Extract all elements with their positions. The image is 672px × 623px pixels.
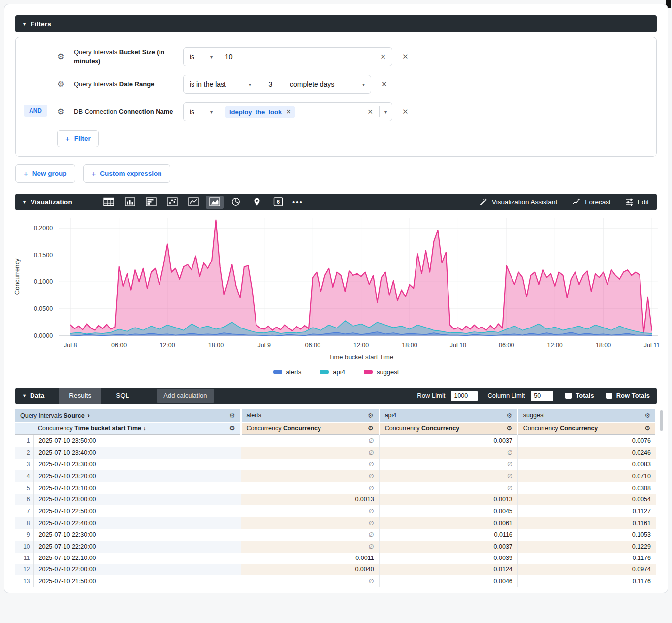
concurrency-value-cell[interactable]: 0.0246 [517,447,656,459]
chevron-down-icon[interactable]: ▾ [384,109,387,115]
time-bucket-column-header[interactable]: Concurrency Time bucket start Time ↓ ⚙ [15,422,241,435]
time-bucket-cell[interactable]: 2025-07-10 23:30:00 [33,459,241,470]
time-bucket-cell[interactable]: 2025-07-10 23:00:00 [33,494,241,505]
concurrency-value-cell[interactable]: ∅ [241,575,379,587]
concurrency-value-cell[interactable]: 0.0974 [517,564,656,575]
gear-icon[interactable]: ⚙ [368,412,374,419]
concurrency-value-cell[interactable]: ∅ [241,434,379,447]
remove-filter-button[interactable]: ✕ [402,52,409,61]
concurrency-value-cell[interactable]: ∅ [379,470,517,482]
time-bucket-cell[interactable]: 2025-07-10 22:40:00 [33,517,241,529]
concurrency-value-cell[interactable]: 0.0083 [517,459,656,470]
area-chart-icon[interactable] [206,196,224,209]
time-bucket-cell[interactable]: 2025-07-10 21:50:00 [33,575,241,587]
custom-expression-button[interactable]: + Custom expression [83,164,170,183]
gear-icon[interactable]: ⚙ [229,412,235,419]
line-chart-icon[interactable] [185,196,202,209]
concurrency-value-cell[interactable]: 0.0037 [379,434,517,447]
totals-checkbox[interactable] [565,393,572,399]
time-bucket-cell[interactable]: 2025-07-10 22:30:00 [33,529,241,541]
bar-chart-icon[interactable] [142,196,160,209]
concurrency-value-cell[interactable]: 0.0061 [379,517,517,529]
concurrency-value-cell[interactable]: ∅ [241,447,379,459]
totals-checkbox-group[interactable]: Totals [565,392,594,399]
time-bucket-cell[interactable]: 2025-07-10 22:20:00 [33,541,241,553]
filter-operator-select[interactable]: is in the last ▾ [184,75,257,93]
time-bucket-cell[interactable]: 2025-07-10 23:10:00 [33,482,241,494]
concurrency-value-cell[interactable]: ∅ [241,470,379,482]
remove-filter-button[interactable]: ✕ [402,107,409,116]
tab-results[interactable]: Results [59,388,101,404]
filter-operator-select[interactable]: is ▾ [184,48,219,66]
measure-group-header-alerts[interactable]: alerts ⚙ [241,409,379,422]
concurrency-value-cell[interactable]: 0.0124 [379,564,517,575]
filter-value-input[interactable] [225,53,375,61]
concurrency-value-cell[interactable]: 0.0054 [517,494,656,505]
more-viz-types-icon[interactable]: ••• [290,198,305,206]
time-bucket-cell[interactable]: 2025-07-10 23:40:00 [33,447,241,459]
suggest-concurrency-column-header[interactable]: Concurrency Concurrency ⚙ [517,422,656,435]
single-value-icon[interactable]: 6 [269,196,287,209]
concurrency-value-cell[interactable]: 0.1176 [517,553,656,564]
time-bucket-cell[interactable]: 2025-07-10 22:50:00 [33,505,241,517]
concurrency-value-cell[interactable]: 0.0037 [379,541,517,553]
collapse-caret-icon[interactable]: ▾ [23,21,26,27]
concurrency-value-cell[interactable]: 0.1161 [517,517,656,529]
remove-filter-button[interactable]: ✕ [381,80,387,89]
table-chart-icon[interactable] [100,196,118,209]
legend-item-api4[interactable]: api4 [320,368,345,376]
concurrency-area-chart[interactable]: 0.00000.05000.10000.15000.2000Jul 806:00… [10,212,662,376]
concurrency-value-cell[interactable]: 0.0046 [379,575,517,587]
new-group-button[interactable]: + New group [15,164,75,183]
row-totals-checkbox-group[interactable]: Row Totals [606,392,650,399]
concurrency-value-cell[interactable]: ∅ [241,459,379,470]
filters-section-header[interactable]: ▾ Filters [15,15,657,32]
concurrency-value-cell[interactable]: ∅ [241,482,379,494]
time-bucket-cell[interactable]: 2025-07-10 23:50:00 [33,434,241,447]
concurrency-value-cell[interactable]: 0.1053 [517,529,656,541]
filter-operator-select[interactable]: is ▾ [184,103,219,121]
concurrency-value-cell[interactable]: 0.0013 [241,494,379,505]
concurrency-value-cell[interactable]: ∅ [379,482,517,494]
gear-icon[interactable]: ⚙ [506,412,512,419]
table-scrollbar-thumb[interactable] [660,410,663,431]
legend-item-suggest[interactable]: suggest [364,368,399,376]
gear-icon[interactable]: ⚙ [229,425,235,432]
edit-button[interactable]: Edit [626,198,649,206]
measure-group-header-api4[interactable]: api4 ⚙ [379,409,517,422]
time-bucket-cell[interactable]: 2025-07-10 22:00:00 [33,564,241,575]
api4-concurrency-column-header[interactable]: Concurrency Concurrency ⚙ [379,422,517,435]
concurrency-value-cell[interactable]: 0.0076 [517,434,656,447]
chip-remove-icon[interactable]: ✕ [286,108,291,115]
concurrency-value-cell[interactable]: 0.1229 [517,541,656,553]
concurrency-value-cell[interactable]: 0.0308 [517,482,656,494]
gear-icon[interactable]: ⚙ [368,425,374,432]
alerts-concurrency-column-header[interactable]: Concurrency Concurrency ⚙ [241,422,379,435]
concurrency-value-cell[interactable]: 0.0116 [379,529,517,541]
concurrency-value-cell[interactable]: ∅ [241,541,379,553]
tab-sql[interactable]: SQL [106,388,139,404]
time-bucket-cell[interactable]: 2025-07-10 23:20:00 [33,470,241,482]
dimension-group-header[interactable]: Query Intervals Source › ⚙ [15,409,241,422]
connection-chip[interactable]: ldeploy_the_look ✕ [225,106,295,118]
gear-icon[interactable]: ⚙ [57,80,74,88]
map-pin-icon[interactable] [248,196,266,209]
gear-icon[interactable]: ⚙ [644,425,650,432]
row-totals-checkbox[interactable] [606,393,612,399]
column-chart-icon[interactable] [121,196,139,209]
pie-chart-icon[interactable] [227,196,245,209]
concurrency-value-cell[interactable]: 0.0040 [241,564,379,575]
interval-count-input[interactable] [263,80,278,88]
concurrency-value-cell[interactable]: ∅ [241,517,379,529]
concurrency-value-cell[interactable]: ∅ [379,447,517,459]
measure-group-header-suggest[interactable]: suggest ⚙ [517,409,656,422]
concurrency-value-cell[interactable]: 0.0710 [517,470,656,482]
add-calculation-button[interactable]: Add calculation [157,389,214,403]
concurrency-value-cell[interactable]: 0.0013 [379,494,517,505]
concurrency-value-cell[interactable]: ∅ [241,529,379,541]
concurrency-value-cell[interactable]: 0.1127 [517,505,656,517]
concurrency-value-cell[interactable]: 0.1176 [517,575,656,587]
time-bucket-cell[interactable]: 2025-07-10 22:10:00 [33,553,241,564]
collapse-caret-icon[interactable]: ▾ [23,199,26,205]
gear-icon[interactable]: ⚙ [644,412,650,419]
